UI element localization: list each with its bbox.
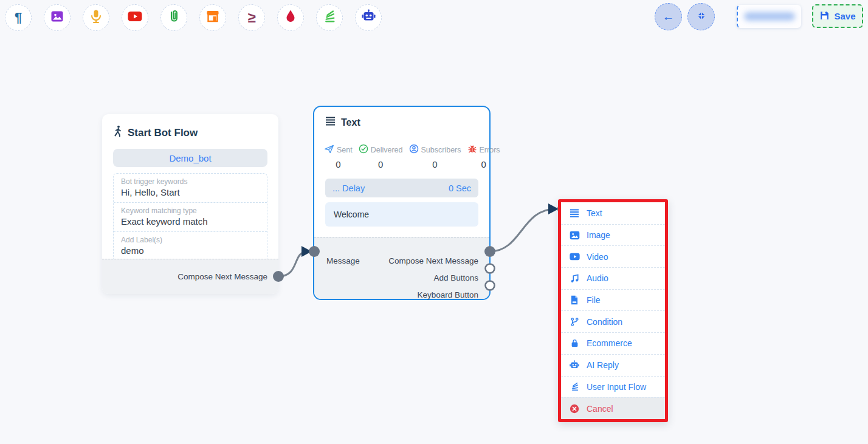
- bug-icon: [467, 144, 477, 155]
- menu-item-ecommerce[interactable]: Ecommerce: [561, 332, 665, 354]
- toolbar-button-audio[interactable]: [83, 4, 109, 31]
- stat-label: Subscribers: [421, 146, 461, 154]
- user-input-flow-icon: [323, 10, 336, 26]
- menu-item-condition[interactable]: Condition: [561, 310, 665, 332]
- toolbar-button-text[interactable]: ¶: [5, 4, 32, 31]
- branch-icon: [569, 317, 580, 327]
- toolbar-button-image[interactable]: [44, 4, 71, 31]
- fit-view-button[interactable]: [687, 3, 715, 30]
- menu-item-label: Audio: [587, 273, 608, 283]
- menu-item-user-input-flow[interactable]: User Input Flow: [561, 376, 665, 398]
- text-node-stats: Sent 0 Delivered 0 Subscribers: [314, 128, 489, 169]
- menu-item-label: Condition: [587, 317, 622, 327]
- bot-name-button[interactable]: Demo_bot: [113, 149, 267, 167]
- image-icon: [569, 231, 580, 240]
- send-icon: [324, 144, 334, 155]
- wire-start-to-text: [278, 251, 308, 276]
- stat-value: 0: [378, 159, 383, 169]
- message-text: Welcome: [334, 210, 369, 219]
- field-label: Bot trigger keywords: [121, 177, 260, 186]
- check-circle-icon: [359, 144, 368, 155]
- input-flow-icon: [569, 382, 580, 391]
- save-icon: [819, 10, 830, 22]
- robot-icon: [569, 360, 580, 371]
- save-button[interactable]: Save: [812, 4, 863, 28]
- redacted-flow-name: [744, 12, 795, 21]
- toolbar-button-user-input[interactable]: [316, 4, 343, 31]
- start-output-handle[interactable]: [273, 271, 284, 282]
- field-bot-trigger-keywords[interactable]: Bot trigger keywords Hi, Hello, Start: [114, 174, 267, 202]
- cancel-icon: [569, 404, 580, 414]
- delay-setting[interactable]: ... Delay 0 Sec: [325, 179, 478, 197]
- field-value: Hi, Hello, Start: [121, 187, 260, 197]
- delay-value: 0 Sec: [449, 183, 471, 193]
- compress-icon: [696, 10, 707, 24]
- add-buttons-handle[interactable]: [486, 264, 495, 273]
- toolbar-button-video[interactable]: [122, 4, 148, 31]
- store-icon: [205, 9, 220, 26]
- text-message-node[interactable]: Text Sent 0 Delivered 0: [313, 106, 491, 300]
- field-add-labels[interactable]: Add Label(s) demo: [114, 231, 267, 261]
- robot-icon: [361, 9, 376, 26]
- flow-canvas[interactable]: { "toolbar": { "icons": ["text-paragraph…: [0, 0, 868, 444]
- stat-delivered: Delivered 0: [359, 144, 403, 169]
- stat-value: 0: [432, 159, 437, 169]
- menu-item-label: AI Reply: [587, 360, 619, 370]
- node-type-context-menu: Text Image Video Audio File: [558, 199, 668, 422]
- menu-item-label: Ecommerce: [587, 338, 632, 348]
- message-content[interactable]: Welcome: [325, 202, 478, 227]
- menu-item-label: Cancel: [587, 404, 613, 414]
- toolbar-button-condition[interactable]: ≥: [238, 4, 265, 31]
- image-icon: [50, 9, 64, 26]
- stat-errors: Errors 0: [467, 144, 500, 169]
- toolbar-button-drip[interactable]: [277, 4, 304, 31]
- field-value: Exact keyword match: [121, 216, 260, 227]
- stat-sent: Sent 0: [324, 144, 353, 169]
- delay-label: ... Delay: [332, 183, 365, 193]
- menu-item-video[interactable]: Video: [561, 245, 665, 267]
- paperclip-icon: [167, 9, 181, 26]
- text-lines-icon: [569, 209, 580, 217]
- field-label: Keyword matching type: [121, 207, 260, 215]
- text-node-title: Text: [341, 117, 360, 128]
- menu-item-label: Text: [587, 208, 602, 218]
- stat-value: 0: [481, 159, 486, 169]
- menu-item-text[interactable]: Text: [561, 202, 665, 224]
- menu-item-label: User Input Flow: [587, 382, 646, 392]
- text-node-footer: Message Compose Next Message Add Buttons…: [314, 237, 489, 299]
- video-icon: [569, 253, 580, 261]
- flow-name-button[interactable]: [737, 5, 801, 28]
- field-label: Add Label(s): [121, 236, 260, 244]
- wire-arrowhead: [548, 203, 559, 214]
- start-node-fields: Bot trigger keywords Hi, Hello, Start Ke…: [113, 173, 267, 261]
- menu-item-audio[interactable]: Audio: [561, 267, 665, 289]
- toolbar-button-ai[interactable]: [355, 4, 382, 31]
- field-keyword-matching-type[interactable]: Keyword matching type Exact keyword matc…: [114, 202, 267, 231]
- compose-next-message-output-label: Compose Next Message: [177, 272, 267, 281]
- back-button[interactable]: ←: [655, 3, 682, 30]
- droplet-icon: [284, 9, 297, 26]
- menu-item-ai-reply[interactable]: AI Reply: [561, 354, 665, 376]
- text-paragraph-icon: ¶: [15, 11, 22, 24]
- text-lines-icon: [325, 117, 336, 128]
- greater-equal-icon: ≥: [247, 10, 255, 25]
- start-bot-flow-node[interactable]: Start Bot Flow Demo_bot Bot trigger keyw…: [102, 114, 278, 294]
- text-message-input-handle[interactable]: [309, 246, 320, 257]
- toolbar-button-ecommerce[interactable]: [199, 4, 226, 31]
- menu-item-label: Video: [587, 252, 608, 262]
- save-button-label: Save: [834, 11, 855, 21]
- menu-item-cancel[interactable]: Cancel: [561, 397, 665, 419]
- bot-name-label: Demo_bot: [169, 153, 211, 163]
- output-add-buttons: Add Buttons: [433, 273, 478, 282]
- keyboard-button-handle[interactable]: [486, 281, 495, 290]
- toolbar-button-file[interactable]: [160, 4, 187, 31]
- compose-next-message-handle[interactable]: [484, 246, 495, 257]
- stat-value: 0: [336, 159, 340, 169]
- music-note-icon: [569, 274, 580, 283]
- youtube-icon: [128, 11, 142, 24]
- output-keyboard-button: Keyboard Button: [417, 290, 478, 299]
- menu-item-file[interactable]: File: [561, 289, 665, 311]
- menu-item-image[interactable]: Image: [561, 224, 665, 246]
- output-compose-next-message: Compose Next Message: [388, 256, 478, 265]
- menu-item-label: Image: [587, 230, 610, 240]
